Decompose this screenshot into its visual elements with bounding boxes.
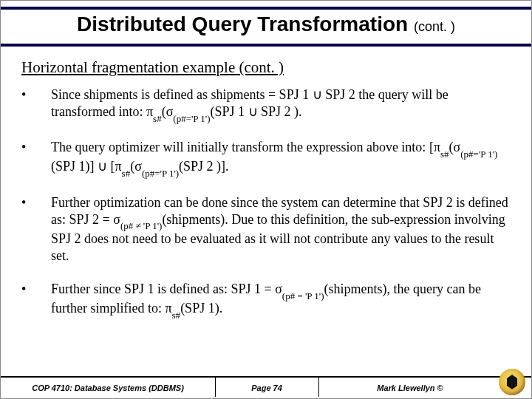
bullet-marker: • (21, 139, 51, 177)
sigma-symbol: σ (166, 104, 174, 119)
subscript: (p#='P 1') (142, 168, 179, 179)
pi-symbol: π (165, 301, 171, 316)
subtitle: Horizontal fragmentation example (cont. … (21, 58, 284, 77)
bullet-item: • The query optimizer will initially tra… (21, 139, 511, 177)
bullet-marker: • (21, 86, 51, 123)
bullet-marker: • (21, 281, 51, 319)
subscript: (p# ≠ 'P 1') (120, 220, 162, 231)
text-fragment: Further since SPJ 1 is defined as: SPJ 1… (51, 282, 275, 296)
union-symbol: ∪ (98, 159, 107, 174)
pi-symbol: π (115, 159, 122, 174)
subscript: s# (122, 168, 131, 179)
text-fragment: The query optimizer will initially trans… (51, 140, 434, 154)
sigma-symbol: σ (113, 212, 120, 227)
title-cont: (cont. ) (414, 19, 455, 34)
text-fragment: (SPJ 1)] (51, 159, 98, 174)
subscript: (p# = 'P 1') (282, 290, 324, 301)
title-text: Distributed Query Transformation (77, 13, 408, 35)
subscript: (p#='P 1') (173, 113, 210, 124)
bullet-marker: • (21, 194, 51, 265)
subscript: s# (440, 149, 449, 160)
union-symbol: ∪ (248, 104, 258, 119)
slide: Distributed Query Transformation (cont. … (0, 0, 532, 399)
text-fragment: (SPJ 1). (180, 301, 222, 316)
text-fragment: Since shipments is defined as shipments … (51, 87, 313, 102)
ucf-logo-icon (499, 369, 525, 395)
text-fragment: [ (107, 159, 115, 174)
footer-page: Page 74 (215, 383, 318, 392)
content-area: • Since shipments is defined as shipment… (21, 86, 511, 361)
sigma-symbol: σ (454, 140, 461, 154)
subscript: s# (172, 310, 181, 321)
bullet-item: • Further optimization can be done since… (21, 194, 511, 265)
text-fragment: (SPJ 1 (211, 104, 248, 119)
bullet-text: Since shipments is defined as shipments … (51, 86, 511, 123)
union-symbol: ∪ (313, 87, 322, 102)
title-rule-top (1, 7, 531, 10)
title-rule-bottom (1, 44, 531, 47)
subscript: s# (153, 113, 162, 124)
sigma-symbol: σ (134, 159, 142, 174)
slide-title: Distributed Query Transformation (cont. … (1, 13, 531, 36)
bullet-text: Further since SPJ 1 is defined as: SPJ 1… (51, 281, 511, 319)
bullet-item: • Further since SPJ 1 is defined as: SPJ… (21, 281, 511, 319)
pi-symbol: π (146, 104, 153, 119)
footer: COP 4710: Database Systems (DDBMS) Page … (1, 378, 531, 398)
text-fragment: (SPJ 2 )]. (179, 159, 229, 174)
footer-course: COP 4710: Database Systems (DDBMS) (1, 383, 215, 392)
subscript: (p#='P 1') (460, 149, 497, 160)
pi-symbol: π (434, 140, 440, 154)
bullet-text: The query optimizer will initially trans… (51, 139, 511, 177)
sigma-symbol: σ (275, 282, 282, 296)
bullet-text: Further optimization can be done since t… (51, 194, 511, 265)
bullet-item: • Since shipments is defined as shipment… (21, 86, 511, 123)
text-fragment: SPJ 2 ). (258, 104, 302, 119)
